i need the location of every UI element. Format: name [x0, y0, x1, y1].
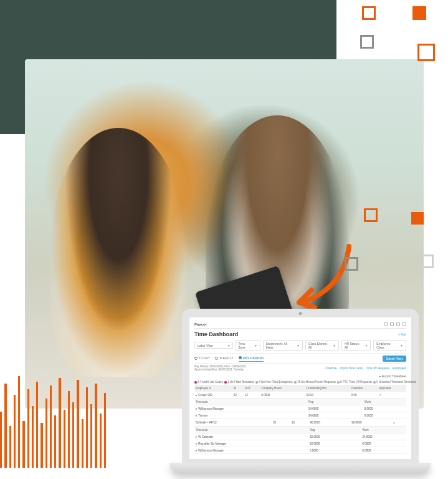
link-employees[interactable]: Employees [393, 367, 406, 370]
radio-today[interactable] [194, 357, 198, 360]
page-title: Time Dashboard [194, 331, 238, 337]
table-row[interactable]: ▸ Williamson Manager 24.0000 8.0000 [194, 405, 406, 412]
filter-bar: Labor View ▾ Time Zone▼ Department: All … [194, 339, 406, 354]
settings-icon[interactable] [396, 322, 400, 326]
radio-pay-period[interactable] [239, 356, 242, 359]
funnel-icon: ▼ [297, 344, 300, 347]
timecode-table: Timecode Reg Work ▸ Williamson Manager 2… [194, 399, 406, 419]
app-logo: Paycor [194, 322, 207, 326]
filter-hr-status[interactable]: HR Status: All▼ [341, 340, 371, 351]
table-row[interactable]: ▸ Reg after Six Manager 60.0000 0.0000 [194, 440, 406, 447]
table-row[interactable]: ▸ Group: 999 32 12 0.0000 52.00 0.00 ✓ [194, 392, 406, 399]
export-button[interactable]: ▸ Export Timesheet [379, 374, 406, 378]
expand-icon[interactable]: ▾ [393, 421, 395, 425]
user-icon[interactable] [403, 322, 406, 326]
table-row[interactable]: ▸ W Calendar 32.0000 24.0000 [194, 433, 406, 440]
decor-square [411, 212, 424, 225]
barcode-decor [0, 374, 106, 468]
header-icons [384, 322, 406, 326]
metric-item[interactable]: 78 Un-Missed Punch Requests [294, 380, 336, 384]
decor-square [360, 35, 374, 49]
link-import[interactable]: Import Time Cards [340, 367, 363, 370]
decor-square [412, 6, 426, 20]
decor-square [417, 44, 435, 61]
laptop-screen: Paycor Time Dashboard + Add Labor View ▾… [182, 309, 419, 463]
radio-weekly[interactable] [215, 357, 218, 360]
search-icon[interactable] [384, 322, 388, 326]
metric-item[interactable]: 4 Un-Non Filled Exceptions [255, 380, 293, 384]
help-icon[interactable] [390, 322, 394, 326]
tab-today[interactable]: TODAY [194, 356, 210, 362]
funnel-icon: ▼ [254, 344, 257, 347]
chevron-down-icon: ▾ [228, 344, 230, 347]
metric-item[interactable]: 44 Addt'l Job Codes [194, 380, 223, 384]
laptop-base [169, 463, 431, 474]
funnel-icon: ▼ [365, 344, 368, 347]
funnel-icon: ▼ [400, 344, 403, 347]
add-button[interactable]: + Add [398, 332, 406, 336]
quick-links: Overtime Import Time Cards Time Off Requ… [325, 367, 406, 370]
decor-square [362, 6, 376, 20]
curved-arrow-icon [284, 240, 358, 315]
tab-pay-period[interactable]: PAY PERIOD [239, 356, 264, 362]
decor-square [420, 254, 434, 268]
filter-timezone[interactable]: Time Zone▼ [236, 340, 260, 351]
link-overtime[interactable]: Overtime [325, 367, 336, 370]
metric-item[interactable]: 0 Unlocked Timecard Restricted [373, 380, 416, 384]
summary-table: Employee Id IN OUT Company Hours Outstan… [194, 385, 406, 399]
pay-period-info: Pay Period: 08/24/2021 Mon - 09/06/2021 … [194, 365, 247, 371]
metrics-bar: 44 Addt'l Job Codes 1 Un-Filled Template… [194, 379, 406, 385]
funnel-icon: ▼ [333, 344, 336, 347]
tab-weekly[interactable]: WEEKLY [215, 356, 234, 362]
laptop-mockup: Paycor Time Dashboard + Add Labor View ▾… [169, 309, 431, 474]
employee-row-table: Bohlnek – #4712 32 16 96.0000 96.0000 ▾ [194, 419, 406, 427]
metric-item[interactable]: 1 Un-Filled Templates [224, 380, 254, 384]
filter-clock-entries[interactable]: Clock Entries: All▼ [305, 340, 339, 351]
metric-item[interactable]: 0 PTO Time Off Requests [337, 380, 372, 384]
app-header: Paycor [194, 321, 406, 329]
table-row[interactable]: ▸ Timmer 24.0000 0.0000 [194, 412, 406, 419]
decor-square [364, 208, 378, 222]
labor-view-select[interactable]: Labor View ▾ [194, 342, 233, 349]
table-row[interactable]: ▸ Williamson Manager 0.0000 0.0000 [194, 447, 406, 454]
link-timeoff[interactable]: Time Off Requests [366, 367, 389, 370]
timecode-table-2: Timecode Reg Work ▸ W Calendar 32.0000 2… [194, 427, 406, 454]
table-row[interactable]: Bohlnek – #4712 32 16 96.0000 96.0000 ▾ [194, 419, 406, 427]
labor-view-label: Labor View [198, 344, 213, 347]
period-tabs: TODAY WEEKLY PAY PERIOD [194, 356, 264, 362]
decor-square [345, 257, 358, 271]
filter-emp-class[interactable]: Employee Class▼ [373, 340, 406, 351]
filter-department[interactable]: Department: All filters▼ [263, 340, 303, 351]
submit-filters-button[interactable]: Submit Filters [383, 356, 406, 362]
